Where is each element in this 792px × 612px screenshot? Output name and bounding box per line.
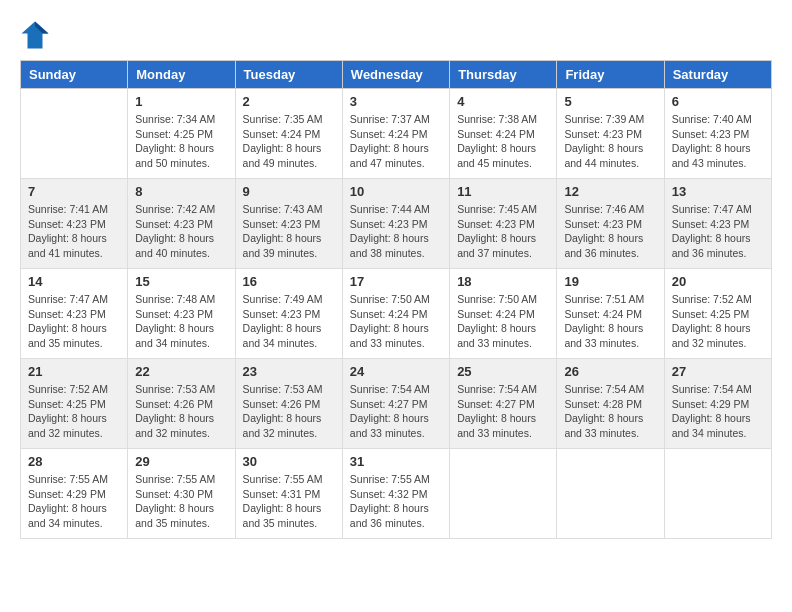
day-info: Sunrise: 7:47 AMSunset: 4:23 PMDaylight:… (28, 292, 120, 351)
day-info: Sunrise: 7:46 AMSunset: 4:23 PMDaylight:… (564, 202, 656, 261)
day-cell: 30Sunrise: 7:55 AMSunset: 4:31 PMDayligh… (235, 449, 342, 539)
day-info: Sunrise: 7:53 AMSunset: 4:26 PMDaylight:… (135, 382, 227, 441)
day-cell: 20Sunrise: 7:52 AMSunset: 4:25 PMDayligh… (664, 269, 771, 359)
week-row-1: 1Sunrise: 7:34 AMSunset: 4:25 PMDaylight… (21, 89, 772, 179)
day-info: Sunrise: 7:48 AMSunset: 4:23 PMDaylight:… (135, 292, 227, 351)
logo (20, 20, 54, 50)
day-cell: 29Sunrise: 7:55 AMSunset: 4:30 PMDayligh… (128, 449, 235, 539)
day-info: Sunrise: 7:54 AMSunset: 4:27 PMDaylight:… (457, 382, 549, 441)
day-cell: 2Sunrise: 7:35 AMSunset: 4:24 PMDaylight… (235, 89, 342, 179)
day-info: Sunrise: 7:47 AMSunset: 4:23 PMDaylight:… (672, 202, 764, 261)
day-cell: 12Sunrise: 7:46 AMSunset: 4:23 PMDayligh… (557, 179, 664, 269)
day-number: 13 (672, 184, 764, 199)
calendar: SundayMondayTuesdayWednesdayThursdayFrid… (20, 60, 772, 539)
day-number: 31 (350, 454, 442, 469)
day-cell: 18Sunrise: 7:50 AMSunset: 4:24 PMDayligh… (450, 269, 557, 359)
day-number: 16 (243, 274, 335, 289)
day-number: 12 (564, 184, 656, 199)
day-info: Sunrise: 7:52 AMSunset: 4:25 PMDaylight:… (28, 382, 120, 441)
day-info: Sunrise: 7:52 AMSunset: 4:25 PMDaylight:… (672, 292, 764, 351)
day-info: Sunrise: 7:38 AMSunset: 4:24 PMDaylight:… (457, 112, 549, 171)
day-cell: 5Sunrise: 7:39 AMSunset: 4:23 PMDaylight… (557, 89, 664, 179)
day-cell: 4Sunrise: 7:38 AMSunset: 4:24 PMDaylight… (450, 89, 557, 179)
day-info: Sunrise: 7:50 AMSunset: 4:24 PMDaylight:… (350, 292, 442, 351)
day-number: 23 (243, 364, 335, 379)
day-cell: 3Sunrise: 7:37 AMSunset: 4:24 PMDaylight… (342, 89, 449, 179)
day-number: 2 (243, 94, 335, 109)
day-number: 26 (564, 364, 656, 379)
day-number: 30 (243, 454, 335, 469)
day-number: 18 (457, 274, 549, 289)
day-info: Sunrise: 7:42 AMSunset: 4:23 PMDaylight:… (135, 202, 227, 261)
day-info: Sunrise: 7:51 AMSunset: 4:24 PMDaylight:… (564, 292, 656, 351)
day-number: 29 (135, 454, 227, 469)
day-number: 11 (457, 184, 549, 199)
day-info: Sunrise: 7:37 AMSunset: 4:24 PMDaylight:… (350, 112, 442, 171)
day-info: Sunrise: 7:55 AMSunset: 4:31 PMDaylight:… (243, 472, 335, 531)
weekday-header-wednesday: Wednesday (342, 61, 449, 89)
day-number: 9 (243, 184, 335, 199)
header (20, 20, 772, 50)
day-info: Sunrise: 7:34 AMSunset: 4:25 PMDaylight:… (135, 112, 227, 171)
day-cell: 22Sunrise: 7:53 AMSunset: 4:26 PMDayligh… (128, 359, 235, 449)
day-number: 20 (672, 274, 764, 289)
day-info: Sunrise: 7:54 AMSunset: 4:28 PMDaylight:… (564, 382, 656, 441)
day-number: 3 (350, 94, 442, 109)
day-cell: 17Sunrise: 7:50 AMSunset: 4:24 PMDayligh… (342, 269, 449, 359)
day-cell: 19Sunrise: 7:51 AMSunset: 4:24 PMDayligh… (557, 269, 664, 359)
weekday-header-thursday: Thursday (450, 61, 557, 89)
day-info: Sunrise: 7:44 AMSunset: 4:23 PMDaylight:… (350, 202, 442, 261)
day-number: 15 (135, 274, 227, 289)
day-info: Sunrise: 7:41 AMSunset: 4:23 PMDaylight:… (28, 202, 120, 261)
day-info: Sunrise: 7:45 AMSunset: 4:23 PMDaylight:… (457, 202, 549, 261)
day-number: 24 (350, 364, 442, 379)
day-number: 14 (28, 274, 120, 289)
day-number: 5 (564, 94, 656, 109)
day-cell: 6Sunrise: 7:40 AMSunset: 4:23 PMDaylight… (664, 89, 771, 179)
day-cell: 10Sunrise: 7:44 AMSunset: 4:23 PMDayligh… (342, 179, 449, 269)
day-number: 27 (672, 364, 764, 379)
week-row-3: 14Sunrise: 7:47 AMSunset: 4:23 PMDayligh… (21, 269, 772, 359)
day-info: Sunrise: 7:50 AMSunset: 4:24 PMDaylight:… (457, 292, 549, 351)
week-row-4: 21Sunrise: 7:52 AMSunset: 4:25 PMDayligh… (21, 359, 772, 449)
day-info: Sunrise: 7:53 AMSunset: 4:26 PMDaylight:… (243, 382, 335, 441)
day-info: Sunrise: 7:39 AMSunset: 4:23 PMDaylight:… (564, 112, 656, 171)
day-cell: 1Sunrise: 7:34 AMSunset: 4:25 PMDaylight… (128, 89, 235, 179)
day-cell: 27Sunrise: 7:54 AMSunset: 4:29 PMDayligh… (664, 359, 771, 449)
day-cell (664, 449, 771, 539)
day-number: 17 (350, 274, 442, 289)
day-number: 25 (457, 364, 549, 379)
day-cell: 11Sunrise: 7:45 AMSunset: 4:23 PMDayligh… (450, 179, 557, 269)
day-cell: 21Sunrise: 7:52 AMSunset: 4:25 PMDayligh… (21, 359, 128, 449)
day-number: 21 (28, 364, 120, 379)
day-cell: 8Sunrise: 7:42 AMSunset: 4:23 PMDaylight… (128, 179, 235, 269)
day-info: Sunrise: 7:49 AMSunset: 4:23 PMDaylight:… (243, 292, 335, 351)
day-number: 4 (457, 94, 549, 109)
day-info: Sunrise: 7:35 AMSunset: 4:24 PMDaylight:… (243, 112, 335, 171)
day-info: Sunrise: 7:55 AMSunset: 4:30 PMDaylight:… (135, 472, 227, 531)
day-cell: 15Sunrise: 7:48 AMSunset: 4:23 PMDayligh… (128, 269, 235, 359)
day-cell: 24Sunrise: 7:54 AMSunset: 4:27 PMDayligh… (342, 359, 449, 449)
day-number: 22 (135, 364, 227, 379)
weekday-header-row: SundayMondayTuesdayWednesdayThursdayFrid… (21, 61, 772, 89)
weekday-header-monday: Monday (128, 61, 235, 89)
day-number: 19 (564, 274, 656, 289)
day-cell (557, 449, 664, 539)
day-cell: 7Sunrise: 7:41 AMSunset: 4:23 PMDaylight… (21, 179, 128, 269)
day-cell: 14Sunrise: 7:47 AMSunset: 4:23 PMDayligh… (21, 269, 128, 359)
day-cell: 28Sunrise: 7:55 AMSunset: 4:29 PMDayligh… (21, 449, 128, 539)
day-info: Sunrise: 7:55 AMSunset: 4:29 PMDaylight:… (28, 472, 120, 531)
day-cell: 9Sunrise: 7:43 AMSunset: 4:23 PMDaylight… (235, 179, 342, 269)
week-row-5: 28Sunrise: 7:55 AMSunset: 4:29 PMDayligh… (21, 449, 772, 539)
day-number: 10 (350, 184, 442, 199)
day-number: 7 (28, 184, 120, 199)
day-info: Sunrise: 7:43 AMSunset: 4:23 PMDaylight:… (243, 202, 335, 261)
weekday-header-friday: Friday (557, 61, 664, 89)
day-info: Sunrise: 7:54 AMSunset: 4:27 PMDaylight:… (350, 382, 442, 441)
day-cell: 23Sunrise: 7:53 AMSunset: 4:26 PMDayligh… (235, 359, 342, 449)
day-cell: 13Sunrise: 7:47 AMSunset: 4:23 PMDayligh… (664, 179, 771, 269)
weekday-header-tuesday: Tuesday (235, 61, 342, 89)
weekday-header-sunday: Sunday (21, 61, 128, 89)
logo-icon (20, 20, 50, 50)
day-cell: 16Sunrise: 7:49 AMSunset: 4:23 PMDayligh… (235, 269, 342, 359)
